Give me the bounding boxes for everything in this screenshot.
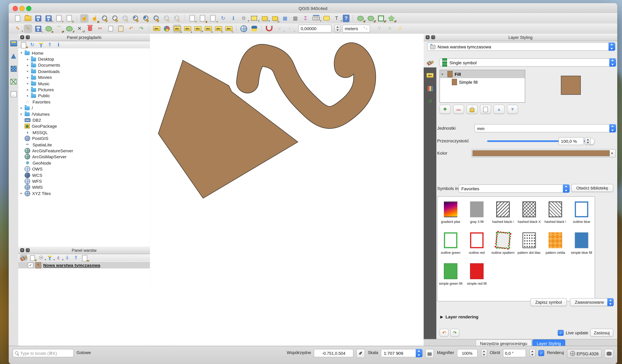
symbol-item[interactable]: simple green fill (438, 263, 464, 294)
browser-item-volumes[interactable]: /Volumes (18, 111, 150, 117)
toolbar-icon[interactable] (148, 24, 150, 33)
zoom-in-icon[interactable]: + (101, 14, 109, 22)
magnifier-input[interactable]: 100% (457, 349, 478, 357)
redo-icon[interactable]: ↷ (137, 24, 146, 33)
dropdown-arrow-icon[interactable] (607, 298, 614, 306)
new-geopackage-layer-icon[interactable]: ✱ (356, 14, 364, 22)
layer-rendering-section[interactable]: ▶ Layer rendering (440, 314, 478, 319)
snapping-tolerance-input[interactable]: 0,00000 (298, 25, 332, 33)
expander-icon[interactable] (27, 82, 31, 85)
symbol-item[interactable]: hashed black / (490, 201, 516, 232)
symbol-item[interactable]: outline blue (568, 201, 595, 232)
window-close-button[interactable] (13, 6, 18, 11)
paste-features-icon[interactable] (117, 24, 125, 33)
zoom-next-icon[interactable]: ▸ (173, 14, 181, 22)
topological-editing-icon[interactable]: Y (375, 24, 384, 33)
browser-item-wms[interactable]: WMS (18, 184, 150, 190)
layer-name[interactable]: Nowa warstwa tymczasowa (43, 263, 100, 268)
browser-item-downloads[interactable]: Downloads (18, 68, 150, 74)
expander-icon[interactable] (21, 106, 25, 110)
symbol-item[interactable]: simple red fill (464, 263, 490, 294)
pan-to-selection-icon[interactable]: ☝▣ (90, 14, 99, 22)
browser-item-ows[interactable]: OWS (18, 166, 150, 172)
messages-button[interactable] (604, 349, 613, 358)
expand-all-icon[interactable]: ⇓ (63, 255, 71, 261)
remove-symbol-layer-button[interactable]: ▬ (453, 105, 464, 114)
renderer-select[interactable]: Single symbol (440, 58, 616, 67)
browser-item-arcgismapserver[interactable]: ArcGisMapServer (18, 154, 150, 160)
filter-by-expression-icon[interactable]: ε (55, 255, 62, 261)
live-update-checkbox[interactable]: ✓ (558, 330, 564, 336)
opacity-stepper[interactable] (585, 137, 591, 145)
text-annotation-icon[interactable]: T (332, 14, 341, 22)
select-features-by-value-icon[interactable] (260, 14, 269, 22)
identify-features-icon[interactable]: ℹ (229, 14, 237, 22)
symbol-node-simple-fill[interactable]: Simple fill (440, 78, 525, 86)
browser-item-movies[interactable]: Movies (18, 74, 150, 80)
browser-item-root[interactable]: / (18, 105, 150, 111)
panel-close-icon[interactable]: ✕ (20, 35, 24, 39)
add-group-icon[interactable]: ✚ (29, 255, 36, 261)
symbol-item[interactable]: hashed black \ (542, 201, 568, 232)
save-project-as-icon[interactable]: ✎ (44, 14, 53, 22)
window-zoom-button[interactable] (26, 6, 31, 11)
browser-item-mssql[interactable]: MSSQL (18, 129, 150, 135)
expander-icon[interactable] (27, 94, 31, 97)
open-attribute-table-icon[interactable]: ▦ (281, 14, 289, 22)
select-features-icon[interactable] (250, 14, 258, 22)
toolbar-icon[interactable] (351, 14, 354, 22)
open-project-icon[interactable] (24, 14, 32, 22)
expander-icon[interactable] (21, 112, 25, 116)
add-polygon-feature-icon[interactable]: ✱ (44, 24, 53, 33)
browser-filter-icon[interactable] (37, 42, 45, 48)
combo-stepper-icon[interactable] (609, 58, 616, 67)
magnifier-stepper[interactable] (481, 349, 487, 357)
panel-close-icon[interactable]: ✕ (20, 248, 24, 252)
expander-icon[interactable] (27, 88, 31, 91)
browser-item-geopackage[interactable]: GeoPackage (18, 123, 150, 129)
expander-icon[interactable] (27, 70, 31, 73)
scale-select[interactable]: 1:707 909 (381, 349, 423, 357)
styling-tab-labels[interactable] (424, 70, 436, 80)
snapping-tolerance-stepper[interactable] (334, 25, 340, 33)
browser-collapse-all-icon[interactable]: ⇑ (46, 42, 54, 48)
new-3d-map-view-icon[interactable]: ◆ (198, 14, 207, 22)
symbol-item[interactable]: simple blue fill (568, 232, 595, 263)
move-label-icon[interactable]: ➜ (204, 24, 212, 33)
symbol-item[interactable]: outline red (464, 232, 490, 263)
map-canvas[interactable] (150, 34, 424, 346)
coordinates-toggle-button[interactable]: ✐ (356, 349, 365, 358)
measure-line-icon[interactable] (312, 14, 320, 22)
filter-legend-icon[interactable] (46, 255, 54, 261)
advanced-button[interactable]: Zaawansowane (570, 298, 614, 306)
window-minimize-button[interactable] (19, 6, 25, 11)
rotation-stepper[interactable] (529, 349, 536, 357)
open-layer-styling-panel-icon[interactable] (20, 255, 27, 261)
show-hide-labels-icon[interactable]: ☉ (194, 24, 202, 33)
save-layer-edits-icon[interactable]: ✎ (34, 24, 42, 33)
tracing-icon[interactable]: ⚡ (396, 24, 404, 33)
browser-item-db2[interactable]: DB2 (18, 117, 150, 123)
browser-item-arcgisfeatureserver[interactable]: ArcGisFeatureServer (18, 148, 150, 154)
toolbar-icon[interactable] (235, 24, 237, 33)
manage-map-themes-icon[interactable]: ☉ (37, 255, 45, 261)
symbol-item[interactable]: pattern dot blac (516, 232, 542, 263)
lock-symbol-layer-button[interactable] (466, 105, 478, 114)
browser-item-xyz[interactable]: XYZ Tiles (18, 190, 150, 196)
current-edits-icon[interactable]: ✎ (14, 24, 22, 33)
expander-icon[interactable] (27, 76, 31, 79)
move-feature-icon[interactable]: ➜ (65, 24, 73, 33)
map-tips-icon[interactable] (322, 14, 330, 22)
color-button[interactable]: ▼ (471, 149, 616, 157)
rotation-input[interactable]: 0,0 ° (503, 349, 526, 357)
tab-processing-toolbox[interactable]: Narzędzia geoprocesingu (476, 339, 532, 346)
apply-button[interactable]: Zastosuj (590, 329, 613, 337)
expander-icon[interactable] (27, 57, 31, 61)
refresh-map-icon[interactable]: ↻ (219, 14, 227, 22)
combo-stepper-icon[interactable] (416, 349, 423, 357)
new-shapefile-layer-icon[interactable]: ✱ (367, 14, 375, 22)
collapse-all-icon[interactable]: ⇑ (72, 255, 80, 261)
save-project-icon[interactable] (34, 14, 42, 22)
panel-float-icon[interactable]: ❐ (26, 35, 30, 39)
browser-item-documents[interactable]: Documents (18, 62, 150, 68)
